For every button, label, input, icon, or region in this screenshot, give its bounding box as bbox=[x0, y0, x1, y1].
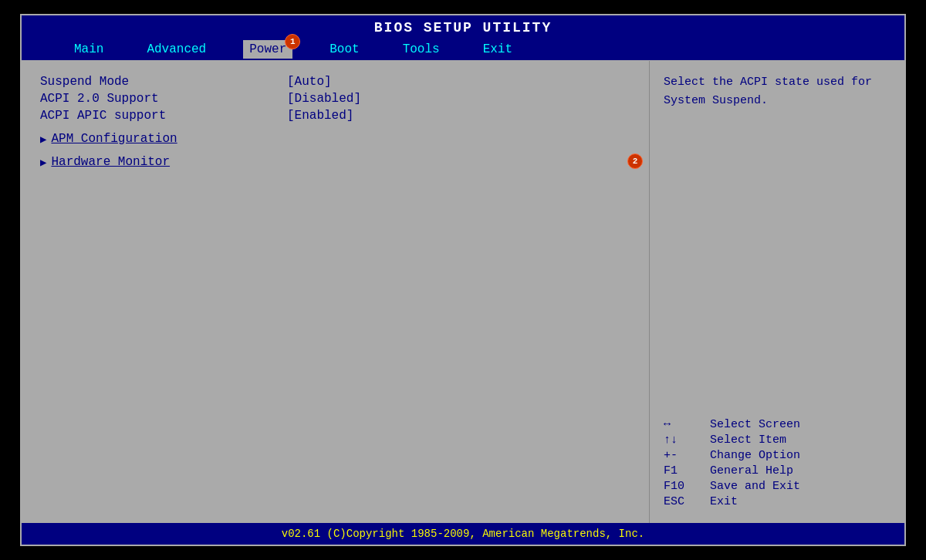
menu-boot[interactable]: Boot bbox=[323, 40, 365, 59]
arrow-icon-hwmon: ▶ bbox=[40, 156, 46, 169]
badge-1: 1 bbox=[285, 34, 300, 49]
key-row-item: ↑↓ Select Item bbox=[664, 433, 891, 447]
setting-suspend-mode[interactable]: Suspend Mode [Auto] bbox=[40, 75, 630, 89]
bios-title: BIOS SETUP UTILITY bbox=[22, 15, 904, 39]
bios-window: BIOS SETUP UTILITY Main Advanced Power 1… bbox=[20, 14, 906, 546]
main-content: Suspend Mode [Auto] ACPI 2.0 Support [Di… bbox=[22, 61, 904, 523]
badge-2: 2 bbox=[627, 153, 643, 169]
key-help: ↔ Select Screen ↑↓ Select Item +- Change… bbox=[664, 418, 891, 511]
menu-exit[interactable]: Exit bbox=[477, 40, 519, 59]
help-text: Select the ACPI state used for System Su… bbox=[664, 73, 891, 110]
right-panel: Select the ACPI state used for System Su… bbox=[650, 61, 904, 523]
setting-acpi-20[interactable]: ACPI 2.0 Support [Disabled] bbox=[40, 92, 630, 106]
key-row-esc: ESC Exit bbox=[664, 495, 891, 508]
key-row-screen: ↔ Select Screen bbox=[664, 418, 891, 431]
footer-text: v02.61 (C)Copyright 1985-2009, American … bbox=[22, 523, 904, 545]
menu-main[interactable]: Main bbox=[68, 40, 110, 59]
arrow-icon-apm: ▶ bbox=[40, 133, 46, 146]
menu-tools[interactable]: Tools bbox=[397, 40, 446, 59]
key-row-option: +- Change Option bbox=[664, 449, 891, 462]
left-panel: Suspend Mode [Auto] ACPI 2.0 Support [Di… bbox=[22, 61, 650, 523]
submenu-apm[interactable]: ▶ APM Configuration bbox=[40, 132, 630, 146]
menu-advanced[interactable]: Advanced bbox=[140, 40, 212, 59]
submenu-hwmon[interactable]: ▶ Hardware Monitor 2 bbox=[40, 155, 630, 169]
menu-power[interactable]: Power 1 bbox=[243, 40, 292, 59]
menu-bar: Main Advanced Power 1 Boot Tools Exit bbox=[22, 39, 904, 61]
key-row-f1: F1 General Help bbox=[664, 464, 891, 477]
setting-acpi-apic[interactable]: ACPI APIC support [Enabled] bbox=[40, 109, 630, 123]
key-row-f10: F10 Save and Exit bbox=[664, 480, 891, 493]
